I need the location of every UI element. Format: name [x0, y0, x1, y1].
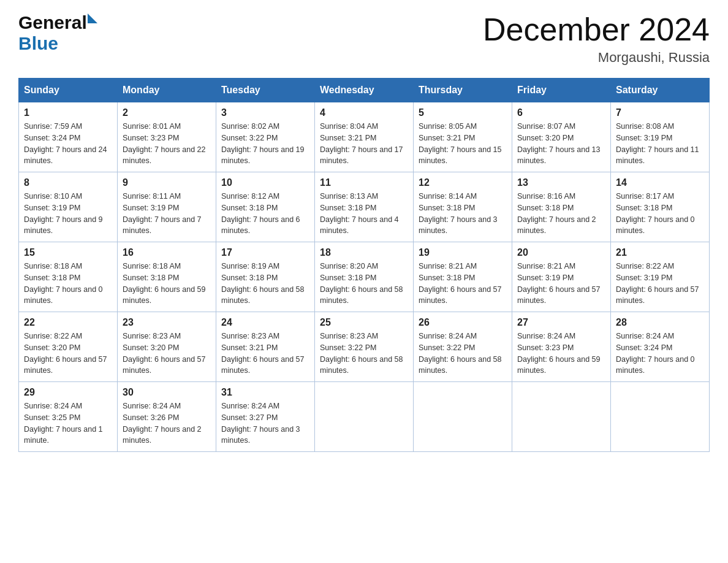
calendar-cell: 20Sunrise: 8:21 AMSunset: 3:19 PMDayligh… — [512, 242, 611, 312]
day-number: 1 — [24, 107, 112, 118]
day-info: Sunrise: 8:02 AMSunset: 3:22 PMDaylight:… — [221, 121, 309, 167]
col-header-tuesday: Tuesday — [216, 79, 315, 102]
day-number: 11 — [320, 177, 408, 188]
day-info: Sunrise: 8:10 AMSunset: 3:19 PMDaylight:… — [24, 191, 112, 237]
day-number: 8 — [24, 177, 112, 188]
day-number: 23 — [123, 317, 211, 328]
day-info: Sunrise: 8:22 AMSunset: 3:20 PMDaylight:… — [24, 331, 112, 377]
calendar-table: SundayMondayTuesdayWednesdayThursdayFrid… — [18, 78, 710, 452]
day-number: 9 — [123, 177, 211, 188]
day-info: Sunrise: 8:17 AMSunset: 3:18 PMDaylight:… — [616, 191, 704, 237]
calendar-cell: 19Sunrise: 8:21 AMSunset: 3:18 PMDayligh… — [414, 242, 512, 312]
title-block: December 2024 Morgaushi, Russia — [483, 12, 710, 66]
calendar-cell: 4Sunrise: 8:04 AMSunset: 3:21 PMDaylight… — [315, 102, 414, 172]
week-row-1: 1Sunrise: 7:59 AMSunset: 3:24 PMDaylight… — [19, 102, 710, 172]
day-info: Sunrise: 8:08 AMSunset: 3:19 PMDaylight:… — [616, 121, 704, 167]
day-info: Sunrise: 8:24 AMSunset: 3:24 PMDaylight:… — [616, 331, 704, 377]
day-info: Sunrise: 8:23 AMSunset: 3:21 PMDaylight:… — [221, 331, 309, 377]
day-info: Sunrise: 8:23 AMSunset: 3:20 PMDaylight:… — [123, 331, 211, 377]
calendar-cell: 8Sunrise: 8:10 AMSunset: 3:19 PMDaylight… — [19, 172, 118, 242]
day-info: Sunrise: 8:24 AMSunset: 3:23 PMDaylight:… — [517, 331, 605, 377]
day-info: Sunrise: 8:01 AMSunset: 3:23 PMDaylight:… — [123, 121, 211, 167]
day-info: Sunrise: 8:16 AMSunset: 3:18 PMDaylight:… — [517, 191, 605, 237]
day-number: 21 — [616, 247, 704, 258]
day-info: Sunrise: 8:21 AMSunset: 3:19 PMDaylight:… — [517, 261, 605, 307]
calendar-cell: 23Sunrise: 8:23 AMSunset: 3:20 PMDayligh… — [118, 312, 216, 382]
day-number: 5 — [419, 107, 507, 118]
calendar-cell: 10Sunrise: 8:12 AMSunset: 3:18 PMDayligh… — [216, 172, 315, 242]
week-row-2: 8Sunrise: 8:10 AMSunset: 3:19 PMDaylight… — [19, 172, 710, 242]
day-number: 30 — [123, 387, 211, 398]
location-text: Morgaushi, Russia — [483, 50, 710, 66]
month-title: December 2024 — [483, 12, 710, 47]
calendar-cell: 16Sunrise: 8:18 AMSunset: 3:18 PMDayligh… — [118, 242, 216, 312]
day-info: Sunrise: 8:12 AMSunset: 3:18 PMDaylight:… — [221, 191, 309, 237]
day-number: 2 — [123, 107, 211, 118]
calendar-cell: 22Sunrise: 8:22 AMSunset: 3:20 PMDayligh… — [19, 312, 118, 382]
col-header-saturday: Saturday — [611, 79, 710, 102]
day-info: Sunrise: 8:14 AMSunset: 3:18 PMDaylight:… — [419, 191, 507, 237]
calendar-cell: 29Sunrise: 8:24 AMSunset: 3:25 PMDayligh… — [19, 382, 118, 452]
day-number: 15 — [24, 247, 112, 258]
day-info: Sunrise: 8:24 AMSunset: 3:26 PMDaylight:… — [123, 400, 211, 446]
calendar-cell: 6Sunrise: 8:07 AMSunset: 3:20 PMDaylight… — [512, 102, 611, 172]
calendar-cell: 17Sunrise: 8:19 AMSunset: 3:18 PMDayligh… — [216, 242, 315, 312]
day-number: 26 — [419, 317, 507, 328]
day-number: 10 — [221, 177, 309, 188]
calendar-header: SundayMondayTuesdayWednesdayThursdayFrid… — [19, 79, 710, 102]
day-info: Sunrise: 8:07 AMSunset: 3:20 PMDaylight:… — [517, 121, 605, 167]
day-number: 27 — [517, 317, 605, 328]
day-info: Sunrise: 8:23 AMSunset: 3:22 PMDaylight:… — [320, 331, 408, 377]
day-number: 22 — [24, 317, 112, 328]
col-header-sunday: Sunday — [19, 79, 118, 102]
calendar-cell: 9Sunrise: 8:11 AMSunset: 3:19 PMDaylight… — [118, 172, 216, 242]
day-number: 31 — [221, 387, 309, 398]
day-info: Sunrise: 8:20 AMSunset: 3:18 PMDaylight:… — [320, 261, 408, 307]
calendar-cell: 25Sunrise: 8:23 AMSunset: 3:22 PMDayligh… — [315, 312, 414, 382]
calendar-cell: 24Sunrise: 8:23 AMSunset: 3:21 PMDayligh… — [216, 312, 315, 382]
calendar-cell: 2Sunrise: 8:01 AMSunset: 3:23 PMDaylight… — [118, 102, 216, 172]
calendar-cell: 13Sunrise: 8:16 AMSunset: 3:18 PMDayligh… — [512, 172, 611, 242]
col-header-thursday: Thursday — [414, 79, 512, 102]
calendar-cell: 31Sunrise: 8:24 AMSunset: 3:27 PMDayligh… — [216, 382, 315, 452]
calendar-cell: 21Sunrise: 8:22 AMSunset: 3:19 PMDayligh… — [611, 242, 710, 312]
day-info: Sunrise: 8:19 AMSunset: 3:18 PMDaylight:… — [221, 261, 309, 307]
logo-arrow-icon — [88, 13, 97, 23]
day-number: 16 — [123, 247, 211, 258]
day-info: Sunrise: 8:04 AMSunset: 3:21 PMDaylight:… — [320, 121, 408, 167]
col-header-friday: Friday — [512, 79, 611, 102]
day-info: Sunrise: 8:21 AMSunset: 3:18 PMDaylight:… — [419, 261, 507, 307]
page-header: General Blue December 2024 Morgaushi, Ru… — [18, 12, 710, 66]
day-number: 20 — [517, 247, 605, 258]
calendar-cell: 26Sunrise: 8:24 AMSunset: 3:22 PMDayligh… — [414, 312, 512, 382]
week-row-4: 22Sunrise: 8:22 AMSunset: 3:20 PMDayligh… — [19, 312, 710, 382]
day-number: 14 — [616, 177, 704, 188]
day-info: Sunrise: 8:24 AMSunset: 3:27 PMDaylight:… — [221, 400, 309, 446]
day-info: Sunrise: 8:11 AMSunset: 3:19 PMDaylight:… — [123, 191, 211, 237]
calendar-cell — [315, 382, 414, 452]
week-row-3: 15Sunrise: 8:18 AMSunset: 3:18 PMDayligh… — [19, 242, 710, 312]
day-number: 13 — [517, 177, 605, 188]
logo-general-text: General — [18, 12, 87, 33]
day-info: Sunrise: 7:59 AMSunset: 3:24 PMDaylight:… — [24, 121, 112, 167]
calendar-cell: 27Sunrise: 8:24 AMSunset: 3:23 PMDayligh… — [512, 312, 611, 382]
calendar-cell: 1Sunrise: 7:59 AMSunset: 3:24 PMDaylight… — [19, 102, 118, 172]
calendar-cell — [512, 382, 611, 452]
logo: General Blue — [18, 12, 97, 54]
day-info: Sunrise: 8:22 AMSunset: 3:19 PMDaylight:… — [616, 261, 704, 307]
calendar-body: 1Sunrise: 7:59 AMSunset: 3:24 PMDaylight… — [19, 102, 710, 452]
logo-blue-text: Blue — [18, 33, 58, 54]
calendar-cell — [414, 382, 512, 452]
calendar-cell — [611, 382, 710, 452]
calendar-cell: 28Sunrise: 8:24 AMSunset: 3:24 PMDayligh… — [611, 312, 710, 382]
col-header-wednesday: Wednesday — [315, 79, 414, 102]
day-number: 29 — [24, 387, 112, 398]
day-number: 3 — [221, 107, 309, 118]
day-number: 12 — [419, 177, 507, 188]
day-info: Sunrise: 8:24 AMSunset: 3:22 PMDaylight:… — [419, 331, 507, 377]
calendar-cell: 30Sunrise: 8:24 AMSunset: 3:26 PMDayligh… — [118, 382, 216, 452]
day-number: 18 — [320, 247, 408, 258]
col-header-monday: Monday — [118, 79, 216, 102]
day-info: Sunrise: 8:05 AMSunset: 3:21 PMDaylight:… — [419, 121, 507, 167]
calendar-cell: 3Sunrise: 8:02 AMSunset: 3:22 PMDaylight… — [216, 102, 315, 172]
